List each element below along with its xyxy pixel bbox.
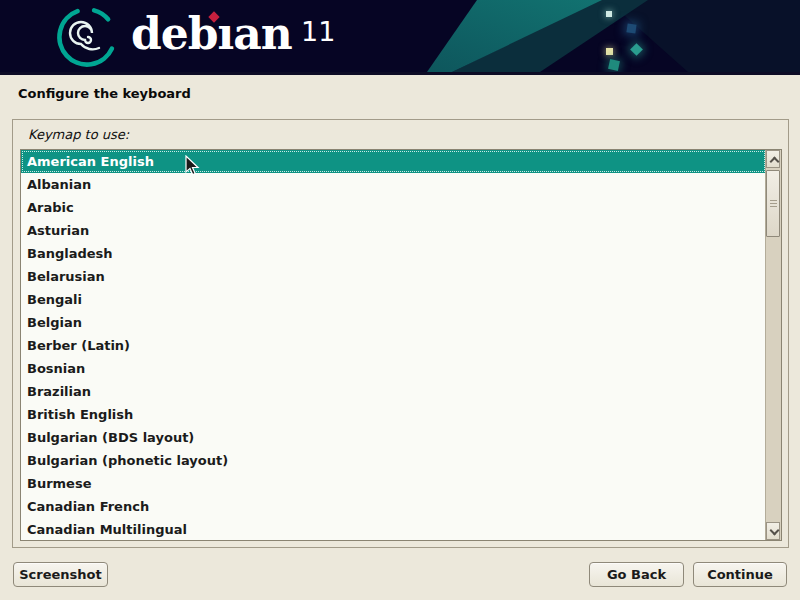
go-back-button[interactable]: Go Back — [589, 562, 684, 587]
list-item[interactable]: Bengali — [21, 288, 766, 311]
header-decor-square — [606, 48, 613, 55]
header-decor-square — [608, 59, 620, 71]
chevron-up-icon — [770, 157, 780, 167]
screenshot-button[interactable]: Screenshot — [13, 562, 108, 587]
keymap-listbox[interactable]: American EnglishAlbanianArabicAsturianBa… — [20, 149, 782, 541]
scroll-up-button[interactable] — [766, 150, 780, 168]
brand-wordmark: debıan — [131, 2, 292, 66]
list-item[interactable]: American English — [21, 150, 766, 173]
list-item[interactable]: Arabic — [21, 196, 766, 219]
vertical-scrollbar[interactable] — [765, 150, 781, 540]
keymap-label: Keymap to use: — [28, 127, 129, 142]
question-frame: Keymap to use: American EnglishAlbanianA… — [12, 119, 789, 548]
list-item[interactable]: Albanian — [21, 173, 766, 196]
list-item[interactable]: Asturian — [21, 219, 766, 242]
scroll-down-button[interactable] — [766, 522, 780, 540]
page-title: Configure the keyboard — [18, 86, 191, 101]
list-item[interactable]: Belarusian — [21, 265, 766, 288]
brand-version: 11 — [301, 12, 335, 52]
scrollbar-grip-icon — [770, 200, 777, 208]
header-decor-square — [626, 23, 636, 33]
continue-button[interactable]: Continue — [693, 562, 787, 587]
header-banner: debıan 11 — [0, 0, 800, 75]
installer-window: debıan 11 Configure the keyboard Keymap … — [0, 0, 800, 600]
header-decor-square — [606, 11, 612, 17]
list-item[interactable]: Berber (Latin) — [21, 334, 766, 357]
list-item[interactable]: Bosnian — [21, 357, 766, 380]
chevron-down-icon — [770, 526, 780, 536]
list-item[interactable]: Brazilian — [21, 380, 766, 403]
header-decor-square — [630, 43, 643, 56]
list-item[interactable]: Belgian — [21, 311, 766, 334]
list-item[interactable]: Canadian French — [21, 495, 766, 518]
scrollbar-thumb[interactable] — [766, 170, 780, 237]
list-item[interactable]: Bulgarian (phonetic layout) — [21, 449, 766, 472]
list-item[interactable]: British English — [21, 403, 766, 426]
keymap-rows: American EnglishAlbanianArabicAsturianBa… — [21, 150, 766, 540]
list-item[interactable]: Bangladesh — [21, 242, 766, 265]
debian-swirl-logo — [50, 4, 124, 70]
list-item[interactable]: Canadian Multilingual — [21, 518, 766, 541]
list-item[interactable]: Bulgarian (BDS layout) — [21, 426, 766, 449]
list-item[interactable]: Burmese — [21, 472, 766, 495]
